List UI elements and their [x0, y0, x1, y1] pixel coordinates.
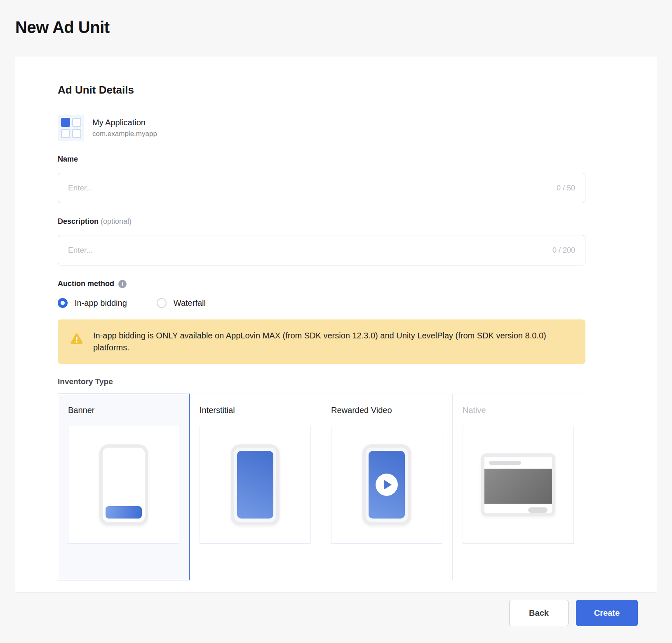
rewarded-video-illustration [331, 426, 442, 544]
inventory-type-label: Inventory Type [58, 377, 585, 386]
name-field-label: Name [58, 155, 585, 164]
phone-frame-icon [362, 444, 411, 525]
radio-in-app-bidding-label: In-app bidding [75, 298, 127, 308]
back-button[interactable]: Back [509, 600, 569, 626]
description-field-label: Description (optional) [58, 217, 585, 226]
description-input-wrapper: 0 / 200 [58, 235, 585, 265]
native-button-placeholder-icon [528, 507, 547, 513]
app-name: My Application [92, 118, 157, 127]
app-info: My Application com.example.myapp [92, 118, 157, 138]
inventory-card-interstitial[interactable]: Interstitial [189, 394, 321, 580]
interstitial-illustration [200, 426, 311, 544]
radio-selected-icon [58, 298, 68, 308]
inventory-card-interstitial-label: Interstitial [200, 406, 311, 415]
description-char-counter: 0 / 200 [552, 246, 575, 255]
phone-frame-icon [231, 444, 280, 525]
radio-in-app-bidding[interactable]: In-app bidding [58, 298, 127, 308]
inventory-type-grid: Banner Interstitial [58, 394, 585, 580]
name-input-wrapper: 0 / 50 [58, 173, 585, 203]
radio-waterfall-label: Waterfall [174, 298, 206, 308]
native-image-placeholder-icon [484, 469, 552, 504]
native-card-frame-icon [481, 453, 555, 516]
name-input[interactable] [68, 183, 550, 192]
footer-actions: Back Create [15, 592, 657, 626]
banner-ad-strip-icon [106, 506, 142, 519]
fullscreen-ad-icon [237, 451, 273, 519]
description-input[interactable] [68, 246, 546, 255]
inventory-card-native[interactable]: Native [452, 394, 584, 580]
inventory-card-rewarded-video-label: Rewarded Video [331, 406, 442, 415]
play-button-icon [376, 474, 398, 496]
section-title: Ad Unit Details [58, 84, 585, 96]
ad-unit-details-card: Ad Unit Details My Application com.examp… [15, 56, 657, 592]
app-grid-icon-square [61, 129, 70, 138]
banner-illustration [68, 426, 179, 544]
warning-triangle-icon [70, 332, 83, 347]
app-package-id: com.example.myapp [92, 130, 157, 138]
native-title-placeholder-icon [489, 461, 521, 465]
create-button[interactable]: Create [576, 600, 638, 626]
auction-method-label-row: Auction method i [58, 279, 585, 288]
app-grid-icon-square [61, 118, 70, 127]
app-grid-icon-square [72, 118, 81, 127]
new-ad-unit-page: New Ad Unit Ad Unit Details My Applicati… [0, 0, 672, 626]
info-icon[interactable]: i [118, 280, 127, 288]
inventory-card-rewarded-video[interactable]: Rewarded Video [321, 394, 453, 580]
auction-method-options: In-app bidding Waterfall [58, 298, 585, 308]
auction-method-label: Auction method [58, 279, 114, 288]
app-grid-icon-square [72, 129, 81, 138]
selected-app-row: My Application com.example.myapp [58, 115, 585, 141]
inventory-card-native-label: Native [463, 406, 574, 415]
page-title: New Ad Unit [15, 18, 657, 37]
radio-unselected-icon [157, 298, 167, 308]
phone-frame-icon [99, 444, 148, 525]
app-grid-icon [58, 115, 84, 141]
sdk-warning-text: In-app bidding is ONLY available on AppL… [93, 330, 573, 354]
native-illustration [463, 426, 574, 544]
radio-waterfall[interactable]: Waterfall [157, 298, 206, 308]
inventory-card-banner[interactable]: Banner [58, 394, 190, 580]
description-label-text: Description [58, 217, 99, 225]
name-char-counter: 0 / 50 [557, 184, 575, 192]
sdk-warning-banner: In-app bidding is ONLY available on AppL… [58, 319, 585, 364]
play-triangle-icon [384, 480, 392, 490]
description-optional-hint: (optional) [101, 217, 132, 225]
inventory-card-banner-label: Banner [68, 406, 179, 415]
